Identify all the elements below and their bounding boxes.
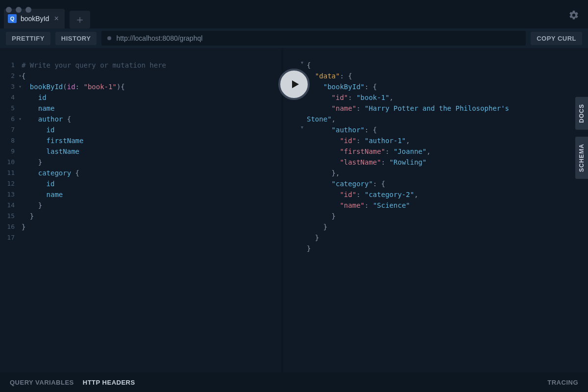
play-icon (289, 78, 301, 90)
schema-tab[interactable]: SCHEMA (575, 137, 588, 179)
endpoint-status-icon (107, 36, 111, 40)
gear-icon (568, 10, 579, 21)
editor-comment: # Write your query or mutation here (22, 61, 166, 69)
query-icon: Q (8, 14, 17, 23)
result-pane[interactable]: ▾ ▾ ▾ ▾ { "data": { "bookById": { "id": … (283, 48, 588, 372)
fold-icon[interactable]: ▾ (301, 124, 303, 130)
tab-title: bookById (21, 15, 49, 23)
line-gutter: 1 2 3 4 5 6 7 8 9 10 11 12 13 14 15 16 1… (0, 60, 18, 243)
query-code[interactable]: # Write your query or mutation here { bo… (22, 60, 281, 232)
plus-icon: ＋ (74, 14, 85, 25)
close-window-icon[interactable] (6, 7, 12, 13)
copy-curl-button[interactable]: COPY CURL (531, 32, 582, 45)
docs-tab[interactable]: DOCS (575, 97, 588, 130)
maximize-window-icon[interactable] (25, 7, 31, 13)
titlebar: Q bookById × ＋ (0, 0, 588, 28)
http-headers-tab[interactable]: HTTP HEADERS (83, 379, 135, 386)
endpoint-url[interactable]: http://localhost:8080/graphql (116, 34, 520, 42)
toolbar: PRETTIFY HISTORY http://localhost:8080/g… (0, 28, 588, 48)
minimize-window-icon[interactable] (16, 7, 22, 13)
app-window: Q bookById × ＋ PRETTIFY HISTORY http://l… (0, 0, 588, 392)
close-tab-button[interactable]: × (53, 15, 59, 23)
add-tab-button[interactable]: ＋ (70, 11, 90, 28)
settings-button[interactable] (568, 10, 579, 21)
fold-icon[interactable]: ▾ (301, 60, 303, 65)
main-area: 1 2 3 4 5 6 7 8 9 10 11 12 13 14 15 16 1… (0, 48, 588, 372)
execute-query-button[interactable] (278, 69, 310, 100)
query-variables-tab[interactable]: QUERY VARIABLES (10, 379, 74, 386)
traffic-lights (6, 7, 31, 13)
result-json: { "data": { "bookById": { "id": "book-1"… (307, 60, 537, 254)
prettify-button[interactable]: PRETTIFY (6, 32, 50, 45)
tracing-tab[interactable]: TRACING (547, 379, 578, 386)
query-editor[interactable]: 1 2 3 4 5 6 7 8 9 10 11 12 13 14 15 16 1… (0, 48, 283, 372)
footer: QUERY VARIABLES HTTP HEADERS TRACING (0, 372, 588, 392)
side-rail: DOCS SCHEMA (575, 97, 588, 179)
endpoint-field[interactable]: http://localhost:8080/graphql (101, 31, 526, 46)
history-button[interactable]: HISTORY (55, 32, 97, 45)
